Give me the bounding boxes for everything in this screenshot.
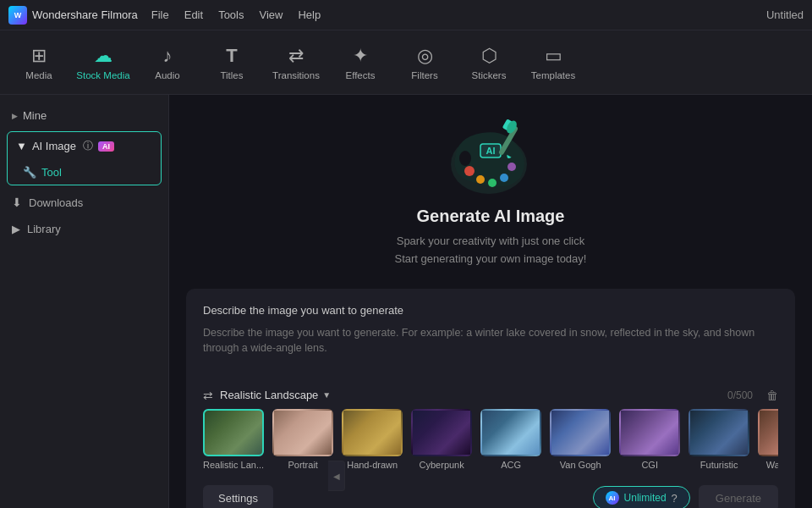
- toolbar-transitions[interactable]: ⇄ Transitions: [266, 34, 326, 91]
- sidebar-item-ai-image[interactable]: ▼ AI Image ⓘ AI: [8, 132, 161, 160]
- vangogh-thumbnail: [550, 409, 611, 456]
- tool-icon: 🔧: [23, 166, 36, 179]
- style-row: ⇄ Realistic Landscape ▼ 0/500 🗑: [203, 389, 778, 402]
- style-thumbnails: Realistic Lan... Portrait Hand-drawn Cyb…: [203, 409, 778, 473]
- style-thumb-cyberpunk[interactable]: Cyberpunk: [411, 409, 472, 470]
- watercolor-label: Watercolor: [766, 460, 778, 470]
- sidebar-item-tool[interactable]: 🔧 Tool: [8, 160, 161, 185]
- realistic-label: Realistic Lan...: [203, 460, 264, 470]
- handdrawn-label: Hand-drawn: [347, 460, 398, 470]
- portrait-label: Portrait: [288, 460, 317, 470]
- unlimited-button[interactable]: AI Unlimited ?: [593, 486, 690, 508]
- style-thumb-handdrawn[interactable]: Hand-drawn: [342, 409, 403, 470]
- mine-label: Mine: [23, 109, 47, 122]
- library-label: Library: [27, 223, 61, 235]
- portrait-thumbnail: [272, 409, 333, 456]
- sidebar-item-downloads[interactable]: ⬇ Downloads: [0, 189, 168, 216]
- audio-label: Audio: [155, 70, 179, 80]
- effects-label: Effects: [346, 70, 376, 80]
- style-thumb-portrait[interactable]: Portrait: [272, 409, 333, 470]
- logo-icon: W: [8, 6, 27, 25]
- mine-arrow-icon: ▶: [12, 112, 18, 120]
- shuffle-icon[interactable]: ⇄: [203, 389, 213, 402]
- generate-section: Describe the image you want to generate …: [186, 289, 795, 508]
- stock-media-label: Stock Media: [76, 70, 129, 80]
- sidebar: ▶ Mine ▼ AI Image ⓘ AI 🔧 Tool ⬇ Download…: [0, 95, 169, 508]
- ai-badge: AI: [98, 141, 114, 152]
- trash-icon[interactable]: 🗑: [766, 389, 778, 402]
- toolbar-titles[interactable]: T Titles: [201, 34, 262, 91]
- sidebar-collapse-button[interactable]: ◀: [328, 461, 345, 491]
- acg-thumbnail: [480, 409, 541, 456]
- sidebar-item-mine[interactable]: ▶ Mine: [0, 103, 168, 128]
- menu-edit[interactable]: Edit: [184, 8, 203, 21]
- titles-icon: T: [226, 45, 237, 67]
- hero-title: Generate AI Image: [417, 207, 565, 226]
- style-label: Realistic Landscape: [220, 389, 318, 401]
- char-count: 0/500: [727, 389, 753, 401]
- templates-icon: ▭: [545, 45, 562, 67]
- sidebar-item-library[interactable]: ▶ Library: [0, 216, 168, 242]
- svg-point-1: [464, 166, 475, 176]
- hero-subtitle: Spark your creativity with just one clic…: [395, 233, 587, 268]
- question-icon[interactable]: ?: [672, 492, 678, 505]
- toolbar-stickers[interactable]: ⬡ Stickers: [458, 34, 519, 91]
- acg-label: ACG: [501, 460, 521, 470]
- ai-image-info-icon: ⓘ: [83, 139, 93, 153]
- tool-label: Tool: [41, 166, 62, 179]
- generate-bottom-bar: Settings AI Unlimited ? Generate: [203, 485, 778, 508]
- menu-file[interactable]: File: [151, 8, 169, 21]
- svg-point-5: [508, 163, 516, 171]
- media-icon: ⊞: [31, 45, 47, 67]
- downloads-icon: ⬇: [12, 196, 22, 209]
- generate-button[interactable]: Generate: [699, 485, 778, 508]
- main-area: ▶ Mine ▼ AI Image ⓘ AI 🔧 Tool ⬇ Download…: [0, 95, 812, 508]
- settings-button[interactable]: Settings: [203, 485, 273, 508]
- generate-textarea[interactable]: [203, 325, 778, 376]
- menu-tools[interactable]: Tools: [218, 8, 244, 21]
- menu-bar: W Wondershare Filmora File Edit Tools Vi…: [0, 0, 812, 30]
- transitions-icon: ⇄: [288, 45, 304, 67]
- media-label: Media: [25, 70, 52, 80]
- generate-label: Describe the image you want to generate: [203, 304, 778, 317]
- style-thumb-futuristic[interactable]: Futuristic: [689, 409, 749, 470]
- unlimited-icon: AI: [606, 491, 619, 505]
- menu-view[interactable]: View: [259, 8, 283, 21]
- toolbar-filters[interactable]: ◎ Filters: [394, 34, 455, 91]
- svg-point-3: [488, 179, 497, 187]
- toolbar-audio[interactable]: ♪ Audio: [137, 34, 198, 91]
- svg-point-4: [500, 174, 508, 182]
- stickers-label: Stickers: [472, 70, 507, 80]
- toolbar-templates[interactable]: ▭ Templates: [523, 34, 584, 91]
- stock-media-icon: ☁: [94, 45, 112, 67]
- ai-image-arrow-icon: ▼: [16, 140, 27, 152]
- style-thumb-vangogh[interactable]: Van Gogh: [550, 409, 611, 470]
- style-thumb-acg[interactable]: ACG: [480, 409, 541, 470]
- svg-point-6: [459, 151, 471, 166]
- style-thumb-realistic[interactable]: Realistic Lan...: [203, 409, 264, 470]
- style-thumb-watercolor[interactable]: Watercolor: [758, 409, 778, 470]
- vangogh-label: Van Gogh: [560, 460, 601, 470]
- hero-sub-line2: Start generating your own image today!: [395, 252, 587, 265]
- toolbar-media[interactable]: ⊞ Media: [8, 34, 69, 91]
- ai-image-section: ▼ AI Image ⓘ AI 🔧 Tool: [7, 131, 162, 185]
- menu-help[interactable]: Help: [298, 8, 321, 21]
- unlimited-label: Unlimited: [624, 492, 667, 504]
- stickers-icon: ⬡: [481, 45, 497, 67]
- templates-label: Templates: [531, 70, 575, 80]
- futuristic-label: Futuristic: [700, 460, 738, 470]
- chevron-down-icon: ▼: [322, 390, 331, 400]
- cgi-thumbnail: [619, 409, 680, 456]
- effects-icon: ✦: [353, 45, 368, 67]
- filters-icon: ◎: [417, 45, 433, 67]
- ai-image-label: AI Image: [32, 140, 76, 152]
- style-thumb-cgi[interactable]: CGI: [619, 409, 680, 470]
- window-title: Untitled: [766, 8, 804, 21]
- toolbar-effects[interactable]: ✦ Effects: [330, 34, 391, 91]
- toolbar-stock-media[interactable]: ☁ Stock Media: [73, 34, 134, 91]
- ai-palette-icon: AI: [440, 112, 541, 196]
- style-dropdown[interactable]: Realistic Landscape ▼: [220, 389, 331, 401]
- svg-point-2: [476, 175, 485, 184]
- transitions-label: Transitions: [272, 70, 320, 80]
- futuristic-thumbnail: [689, 409, 749, 456]
